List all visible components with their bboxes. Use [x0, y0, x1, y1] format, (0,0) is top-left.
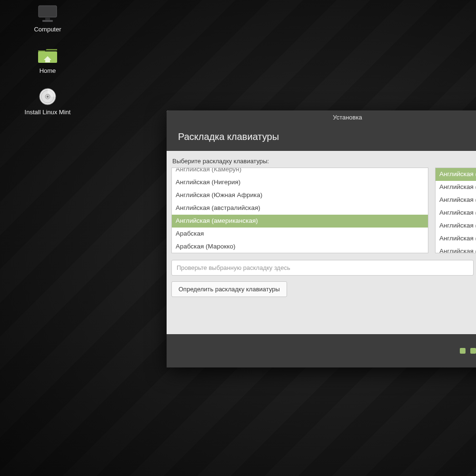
list-item[interactable]: Английская (австралийская): [172, 202, 428, 215]
list-item[interactable]: Английская (а: [436, 232, 476, 245]
installer-window: Установка Раскладка клавиатуры Выберите …: [167, 110, 476, 367]
list-item[interactable]: Английская (американская): [172, 215, 428, 228]
list-item[interactable]: Арабская (Марокко): [172, 240, 428, 253]
layout-list-right[interactable]: Английская (аАнглийская (аАнглийская (аА…: [435, 168, 476, 253]
disc-icon: [37, 88, 59, 106]
computer-icon: [37, 5, 59, 23]
desktop-icons: Computer Home Install Linux Mint: [24, 5, 71, 116]
progress-dots: [460, 348, 476, 354]
page-header: Раскладка клавиатуры: [167, 125, 476, 151]
window-title: Установка: [333, 114, 362, 121]
progress-dot: [460, 348, 466, 354]
list-item[interactable]: Английская (Камерун): [172, 168, 428, 176]
desktop-icon-install[interactable]: Install Linux Mint: [24, 88, 71, 116]
list-item[interactable]: Английская (а: [436, 168, 476, 181]
layout-list-left[interactable]: Английская (Камерун)Английская (Нигерия)…: [171, 168, 428, 253]
window-titlebar[interactable]: Установка: [167, 110, 476, 125]
desktop-icon-label: Install Linux Mint: [25, 109, 71, 116]
list-item[interactable]: Английская (а: [436, 219, 476, 232]
progress-dot: [470, 348, 476, 354]
list-item[interactable]: Английская (а: [436, 207, 476, 219]
desktop-icon-computer[interactable]: Computer: [24, 5, 71, 33]
svg-point-7: [47, 96, 49, 98]
list-item[interactable]: Английская (а: [436, 245, 476, 253]
list-item[interactable]: Английская (а: [436, 194, 476, 207]
svg-rect-2: [42, 20, 53, 22]
detect-row: Определить раскладку клавиатуры: [171, 281, 476, 297]
folder-home-icon: [37, 46, 59, 64]
list-item[interactable]: Арабская: [172, 228, 428, 240]
desktop-icon-label: Computer: [34, 26, 61, 33]
list-item[interactable]: Английская (Нигерия): [172, 176, 428, 189]
list-item[interactable]: Английская (а: [436, 181, 476, 194]
keyboard-lists: Английская (Камерун)Английская (Нигерия)…: [171, 168, 476, 253]
list-item[interactable]: Английская (Южная Африка): [172, 189, 428, 202]
svg-rect-0: [39, 6, 57, 17]
test-layout-input[interactable]: [171, 260, 474, 276]
desktop-icon-label: Home: [40, 67, 56, 74]
footer: [167, 334, 476, 367]
list-item[interactable]: Арабская (Сирия): [172, 253, 428, 253]
detect-layout-button[interactable]: Определить раскладку клавиатуры: [171, 281, 287, 297]
prompt-label: Выберите раскладку клавиатуры:: [172, 158, 476, 165]
content-area: Выберите раскладку клавиатуры: Английска…: [167, 151, 476, 334]
desktop-icon-home[interactable]: Home: [24, 46, 71, 74]
test-row: [171, 260, 476, 276]
page-title: Раскладка клавиатуры: [178, 131, 279, 142]
svg-rect-1: [45, 17, 50, 20]
